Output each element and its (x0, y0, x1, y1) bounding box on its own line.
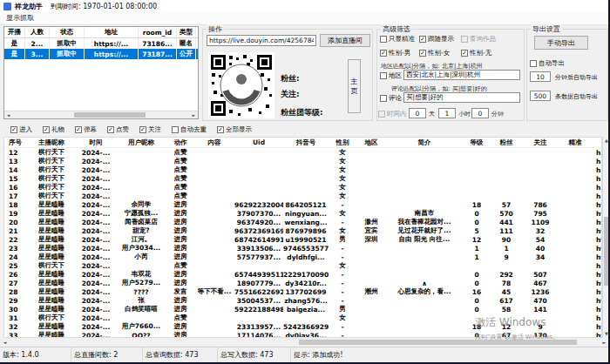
checkbox-enter[interactable]: ✓进入 (10, 125, 32, 134)
capture-table-row[interactable]: 30星星瞌睡2024-...白鸽笑嘻嘻进房59222188498baigezia… (4, 305, 601, 313)
capture-table-cell: 星星瞌睡 (27, 296, 76, 305)
capture-table-row[interactable]: 20星星瞌睡2024-...闻香卤菜店进房96374920...wenxiang… (4, 218, 601, 226)
checkbox-follow-display[interactable]: ✓跟随显示 (419, 35, 454, 44)
capture-table-row[interactable]: 25棋行天下2024-...点赞女h (4, 261, 601, 270)
capture-table-cell: h (592, 149, 601, 157)
checkbox-danmaku[interactable]: ✓弹幕 (75, 125, 97, 134)
rooms-table-cell: 2... (25, 38, 50, 49)
main-hscrollbar[interactable]: ◄ ► (1, 339, 608, 346)
rooms-table-cell: https://... (85, 49, 139, 59)
scroll-left-icon[interactable]: ◄ (4, 111, 12, 118)
homepage-button[interactable]: 主页 (348, 59, 361, 113)
capture-table-cell: 90 (491, 236, 522, 244)
time-days-input[interactable] (409, 108, 426, 118)
capture-table-row[interactable]: 31棋行天下2024-...点赞女h (4, 313, 601, 322)
capture-table-cell: 女 (329, 192, 356, 200)
scroll-right-icon[interactable]: ► (190, 111, 198, 118)
capture-table-row[interactable]: 23星星瞌睡2024-...用户3034...进房33913506...9746… (4, 244, 601, 253)
capture-table-cell: 星星瞌睡 (27, 279, 76, 287)
checkbox-gender-none[interactable]: ✓性别-无 (461, 49, 491, 57)
capture-table-row[interactable]: 29星星瞌睡2024-...张进房35004537...zhang576...-… (4, 296, 601, 305)
capture-table-row[interactable]: 13棋行天下2024-...点赞女h (4, 157, 601, 165)
checkbox-within-time[interactable]: 时间内 (378, 110, 407, 118)
capture-table-row[interactable]: 16棋行天下2024-...点赞女h (4, 183, 601, 192)
capture-table-cell: 23313957... (234, 323, 283, 331)
capture-table-row[interactable]: 28星星瞌睡2024-...????发言等下不看...7551662269213… (4, 287, 601, 296)
capture-table-cell: 17114076... (234, 332, 283, 339)
time-hours-input[interactable] (438, 108, 456, 118)
rooms-hscrollbar[interactable]: ◄ ► (4, 111, 198, 118)
capture-table-row[interactable]: 19星星瞌睡2024-...宁愿孤独...进房37907370...ningyu… (4, 209, 601, 218)
checkbox-auto-export[interactable]: 自动导出 (530, 59, 565, 68)
capture-table-cell: 15 (4, 175, 27, 183)
checkbox-only-precise[interactable]: 只显精准 (380, 35, 415, 44)
capture-table-cell: 0 (463, 306, 491, 313)
checkbox-comment[interactable]: 评论 (380, 94, 402, 103)
capture-table-cell: 棋行天下 (27, 313, 76, 322)
capture-table-cell: 点赞 (166, 165, 194, 174)
scrollbar-thumb[interactable] (74, 112, 146, 118)
checkbox-query-works[interactable]: 查询作品 (461, 35, 496, 44)
rooms-table-cell: 73187... (139, 49, 177, 59)
capture-table-row[interactable]: 33星星瞌睡2024-...QQ??进房17114076...dy0iav36.… (4, 331, 601, 338)
capture-table-cell: 点赞 (166, 157, 194, 165)
capture-table-cell: ningyuan... (283, 210, 329, 218)
auto-export-minutes-input[interactable] (530, 71, 551, 82)
comment-filter-input[interactable] (403, 92, 520, 103)
capture-table-cell: 0 (463, 280, 491, 287)
manual-export-button[interactable]: 手动导出 (534, 36, 588, 50)
capture-table-row[interactable]: 24星星瞌睡2024-...小芮进房57577937...dyldhfgi...… (4, 253, 601, 261)
operation-group: 操作 添加直播间 粉丝: (202, 29, 373, 121)
checkbox-box: ✓ (461, 50, 468, 57)
capture-column-header: 精准 (559, 138, 592, 147)
add-room-button[interactable]: 添加直播间 (320, 34, 370, 47)
advanced-filter-group-label: 高级筛选 (381, 24, 412, 34)
scrollbar-track[interactable] (9, 339, 600, 346)
capture-column-header: 抖音号 (283, 138, 329, 147)
capture-table-row[interactable]: 21星星瞌睡2024-...甜宠?进房96372369169876979896女… (4, 226, 601, 235)
title-bar[interactable]: 祥龙助手 到期时间: 1970-01-01 08:00:00 (0, 0, 610, 12)
auto-export-minutes-label: 分钟后自动导出 (555, 73, 598, 82)
capture-table-cell: ht (592, 236, 601, 244)
capture-table-cell: 点赞 (166, 183, 194, 192)
capture-table-cell: 467 (522, 280, 559, 287)
capture-table-row[interactable]: 17棋行天下2024-...点赞女h (4, 192, 601, 200)
scrollbar-track[interactable] (12, 111, 190, 118)
capture-table-row[interactable]: 12棋行天下2024-...点赞女h (4, 148, 601, 157)
capture-table-row[interactable]: 15棋行天下2024-...点赞女h (4, 174, 601, 183)
rooms-table-row[interactable]: 是2...抓取中https://...73186...匿名 (4, 38, 198, 49)
capture-table-row[interactable]: 27星星瞌睡2024-...用户5279...进房18907779...dy34… (4, 279, 601, 287)
scrollbar-thumb[interactable] (299, 340, 577, 345)
scroll-right-icon[interactable]: ► (600, 339, 608, 346)
checkbox-like[interactable]: ✓点赞 (107, 125, 129, 134)
checkbox-gift[interactable]: ✓礼物 (43, 125, 64, 134)
capture-table-body: 12棋行天下2024-...点赞女h13棋行天下2024-...点赞女h14棋行… (4, 148, 601, 337)
capture-table-cell: 棋行天下 (27, 174, 76, 183)
checkbox-gender-female[interactable]: ✓性别-女 (419, 49, 450, 57)
checkbox-gender-male[interactable]: ✓性别-男 (380, 49, 410, 57)
capture-table-row[interactable]: 26星星瞌睡2024-...韦双花进房657449395112229170090… (4, 270, 601, 279)
tab-display-capture[interactable]: 显示抓取 (4, 11, 39, 24)
checkbox-label: 评论 (389, 94, 402, 103)
time-minutes-input[interactable] (471, 108, 489, 118)
auto-export-count-input[interactable] (530, 91, 551, 101)
capture-table-cell: 40 (522, 245, 559, 253)
checkbox-label: 性别-女 (428, 49, 450, 57)
capture-table-row[interactable]: 18星星瞌睡2024-...余同学进房96292232004864205121-… (4, 200, 601, 209)
checkbox-dedupe[interactable]: 自动去重 (172, 125, 207, 134)
room-url-input[interactable] (207, 35, 316, 46)
capture-table-cell: 女 (329, 209, 356, 218)
capture-table-row[interactable]: 14棋行天下2024-...点赞女h (4, 165, 601, 174)
capture-table-cell: 2024-... (76, 166, 116, 174)
capture-table-cell: wenxiang... (283, 219, 329, 226)
capture-table-row[interactable]: 22星星瞌睡2024-...江河。进房68742614991u19990521男… (4, 235, 601, 244)
scroll-left-icon[interactable]: ◄ (1, 339, 9, 346)
capture-table-row[interactable]: 32星星瞌睡2024-...用户7660...进房23313957...5242… (4, 322, 601, 331)
checkbox-follow[interactable]: ✓关注 (139, 125, 161, 134)
checkbox-region[interactable]: 地区 (380, 71, 402, 80)
checkbox-show-all[interactable]: ✓全部显示 (217, 125, 252, 134)
region-filter-input[interactable] (403, 70, 520, 80)
rooms-table-row[interactable]: 是3...抓取中https://...73187...公开 (4, 49, 198, 59)
capture-table-cell: 24 (4, 253, 27, 261)
capture-table-cell: 进房 (166, 305, 194, 313)
